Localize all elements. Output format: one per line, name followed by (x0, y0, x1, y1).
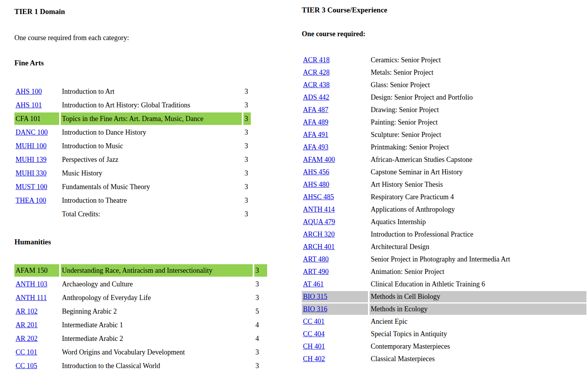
course-code-link[interactable]: AHS 456 (303, 168, 329, 176)
humanities-heading: Humanities (14, 237, 269, 247)
course-code-link[interactable]: BIO 316 (303, 305, 327, 313)
course-row: AR 102Beginning Arabic 25 (14, 305, 267, 318)
course-code-link[interactable]: CC 404 (303, 330, 325, 338)
course-credits-cell: 3 (254, 360, 267, 372)
course-code-cell: ACR 438 (302, 79, 368, 91)
course-row: AFAM 150Understanding Race, Antiracism a… (14, 264, 267, 277)
course-code-cell: CC 101 (14, 346, 59, 358)
course-row: BIO 315Methods in Cell Biology (302, 291, 586, 302)
course-code-link[interactable]: ANTH 414 (303, 205, 335, 213)
course-row: CH 401Contemporary Masterpieces (302, 341, 586, 352)
course-code-link[interactable]: ANTH 111 (16, 294, 47, 302)
course-title-cell: Ceramics: Senior Project (370, 54, 586, 66)
course-title-cell: Introduction to Art (61, 85, 242, 98)
course-code-link[interactable]: ACR 438 (303, 81, 330, 89)
course-row: ART 480Senior Project in Photography and… (302, 254, 586, 265)
course-code-link[interactable]: MUHI 330 (16, 169, 47, 177)
course-code-cell: AFA 487 (302, 104, 368, 116)
course-code-link[interactable]: ART 490 (303, 268, 329, 275)
course-row: ARCH 320Introduction to Professional Pra… (302, 229, 586, 240)
course-title-cell: Methods in Ecology (370, 304, 586, 315)
course-title-cell: Introduction to Theatre (61, 194, 242, 207)
course-code-cell: AQUA 479 (302, 216, 368, 228)
course-code-link[interactable]: CH 402 (303, 355, 325, 363)
course-code-link[interactable]: AR 201 (16, 321, 38, 329)
course-code-cell: ANTH 414 (302, 204, 368, 215)
course-code-link[interactable]: ADS 442 (303, 93, 329, 101)
course-code-link[interactable]: ANTH 103 (16, 280, 48, 288)
course-row: DANC 100Introduction to Dance History3 (14, 126, 251, 139)
course-credits-cell: 3 (254, 291, 267, 304)
course-code-link[interactable]: ARCH 401 (303, 243, 335, 251)
course-code-link[interactable]: AHSC 485 (303, 193, 334, 201)
course-row: AFA 491Sculpture: Senior Project (302, 129, 586, 140)
course-row: AFA 487Drawing: Senior Project (302, 104, 586, 116)
course-code-link[interactable]: AFA 491 (303, 131, 328, 139)
course-title-cell: Anthropology of Everyday Life (61, 291, 253, 304)
course-code-link[interactable]: AT 461 (303, 280, 324, 288)
course-title-cell: Metals: Senior Project (370, 67, 586, 78)
course-code-cell: ART 480 (302, 254, 368, 265)
course-code-cell: ARCH 320 (302, 229, 368, 240)
course-code-link[interactable]: AFA 489 (303, 118, 328, 126)
course-code-cell: AFAM 150 (14, 264, 59, 277)
course-credits-cell: 3 (243, 181, 251, 193)
course-row: CC 105Introduction to the Classical Worl… (14, 360, 267, 372)
course-title-cell: Architectural Design (370, 241, 586, 253)
course-title-cell: Introduction to Dance History (61, 126, 242, 139)
course-code-cell: ANTH 103 (14, 278, 59, 290)
course-code-link[interactable]: ARCH 320 (303, 230, 335, 238)
course-code-link[interactable]: AFA 493 (303, 143, 328, 151)
course-code-link[interactable]: CC 105 (16, 362, 37, 370)
course-row: AHSC 485Respiratory Care Practicum 4 (302, 191, 586, 203)
course-code-link[interactable]: ACR 428 (303, 68, 330, 76)
course-row: ACR 428Metals: Senior Project (302, 67, 586, 78)
course-code-link[interactable]: THEA 100 (16, 197, 46, 204)
course-code-link[interactable]: AFA 487 (303, 106, 328, 114)
course-code-link[interactable]: CC 101 (16, 348, 37, 356)
course-credits-cell: 3 (254, 278, 267, 290)
course-code-link[interactable]: AQUA 479 (303, 218, 335, 226)
course-code-link[interactable]: ACR 418 (303, 56, 330, 64)
course-code-link[interactable]: AHS 101 (16, 101, 42, 109)
course-title-cell: Applications of Anthropology (370, 204, 586, 215)
course-code-cell: AHS 100 (14, 85, 59, 98)
course-title-cell: Word Origins and Vocabulary Development (61, 346, 253, 358)
course-code-cell: AHS 101 (14, 99, 59, 111)
tier1-column: TIER 1 Domain One course required from e… (14, 0, 269, 372)
course-code-link[interactable]: AHS 100 (16, 88, 42, 95)
course-code-link[interactable]: AFAM 400 (303, 156, 335, 163)
course-code-link[interactable]: MUHI 139 (16, 156, 47, 163)
course-code-link[interactable]: MUST 100 (16, 183, 47, 191)
course-code-cell: CC 404 (302, 328, 368, 340)
course-code-cell: AHSC 485 (302, 191, 368, 203)
course-code-cell: ART 490 (302, 266, 368, 277)
course-row: ART 490Animation: Senior Project (302, 266, 586, 277)
course-code-link[interactable]: CC 401 (303, 318, 325, 325)
course-title-cell: Total Credits: (61, 208, 242, 220)
course-credits-cell: 3 (254, 346, 267, 358)
course-title-cell: Printmaking: Senior Project (370, 142, 586, 153)
course-title-cell: Intermediate Arabic 1 (61, 319, 253, 331)
course-code-link[interactable]: DANC 100 (16, 128, 48, 136)
tier1-intro-text: One course required from each category: (14, 33, 269, 42)
course-row: Total Credits:3 (14, 208, 251, 220)
course-code-cell: ADS 442 (302, 92, 368, 103)
tier3-intro-text: One course required: (302, 30, 588, 39)
course-code-link[interactable]: AR 102 (16, 307, 38, 315)
course-code-link[interactable]: AHS 480 (303, 181, 329, 188)
course-code-link[interactable]: MUHI 100 (16, 142, 47, 150)
course-row: BIO 316Methods in Ecology (302, 304, 586, 315)
fine-arts-heading: Fine Arts (14, 58, 269, 68)
course-row: CC 401Ancient Epic (302, 316, 586, 327)
course-code-link[interactable]: CH 401 (303, 342, 325, 350)
requirements-page: TIER 1 Domain One course required from e… (0, 0, 588, 372)
course-row: AHS 480Art History Senior Thesis (302, 179, 586, 190)
course-code-link[interactable]: ART 480 (303, 255, 329, 263)
course-code-link[interactable]: AR 202 (16, 335, 38, 342)
course-code-cell: MUHI 330 (14, 167, 59, 179)
course-code-link[interactable]: BIO 315 (303, 293, 327, 300)
course-credits-cell: 3 (243, 140, 251, 152)
course-credits-cell: 3 (243, 85, 251, 98)
course-title-cell: Design: Senior Project and Portfolio (370, 92, 586, 103)
